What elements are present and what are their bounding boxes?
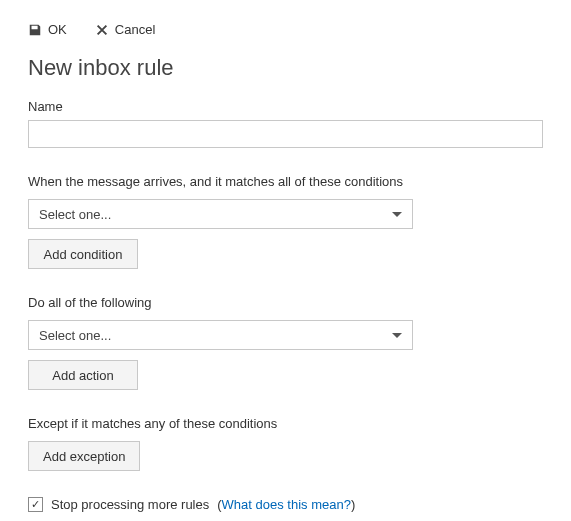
cancel-button[interactable]: Cancel: [95, 22, 155, 37]
ok-label: OK: [48, 22, 67, 37]
conditions-select-value: Select one...: [39, 207, 111, 222]
stop-processing-row: ✓ Stop processing more rules (What does …: [28, 497, 543, 512]
actions-select[interactable]: Select one...: [28, 320, 413, 350]
actions-label: Do all of the following: [28, 295, 543, 310]
name-label: Name: [28, 99, 543, 114]
chevron-down-icon: [392, 333, 402, 338]
conditions-section: When the message arrives, and it matches…: [28, 174, 543, 269]
ok-button[interactable]: OK: [28, 22, 67, 37]
actions-select-value: Select one...: [39, 328, 111, 343]
chevron-down-icon: [392, 212, 402, 217]
conditions-label: When the message arrives, and it matches…: [28, 174, 543, 189]
page-title: New inbox rule: [28, 55, 543, 81]
stop-processing-label: Stop processing more rules: [51, 497, 209, 512]
what-does-this-mean-link[interactable]: What does this mean?: [222, 497, 351, 512]
save-icon: [28, 23, 42, 37]
exceptions-label: Except if it matches any of these condit…: [28, 416, 543, 431]
name-input[interactable]: [28, 120, 543, 148]
name-field: Name: [28, 99, 543, 148]
toolbar: OK Cancel: [28, 22, 543, 37]
cancel-label: Cancel: [115, 22, 155, 37]
add-condition-button[interactable]: Add condition: [28, 239, 138, 269]
add-exception-button[interactable]: Add exception: [28, 441, 140, 471]
stop-processing-checkbox[interactable]: ✓: [28, 497, 43, 512]
conditions-select[interactable]: Select one...: [28, 199, 413, 229]
close-icon: [95, 23, 109, 37]
exceptions-section: Except if it matches any of these condit…: [28, 416, 543, 471]
actions-section: Do all of the following Select one... Ad…: [28, 295, 543, 390]
add-action-button[interactable]: Add action: [28, 360, 138, 390]
help-link-wrapper: (What does this mean?): [217, 497, 355, 512]
checkmark-icon: ✓: [31, 499, 40, 510]
